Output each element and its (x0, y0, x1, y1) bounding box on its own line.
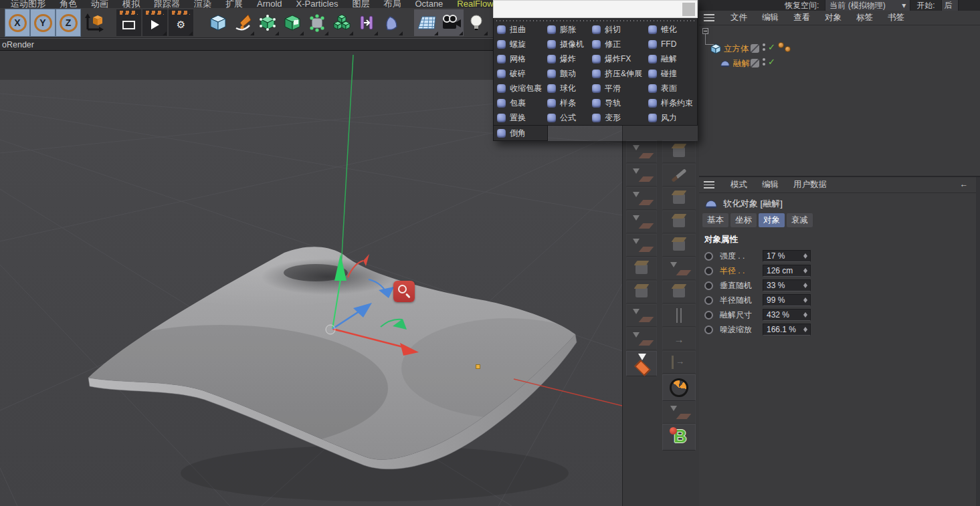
om-menu-objects[interactable]: 对象 (817, 12, 849, 23)
strip2-pipe-arrow-button[interactable] (662, 351, 696, 374)
strip-cube-button-2[interactable] (626, 281, 657, 303)
menu-item-collision[interactable]: 碰撞 (645, 66, 697, 81)
strip-drop-plane-button-2[interactable] (626, 164, 657, 186)
strip-drop-plane-button-6[interactable] (626, 304, 657, 327)
menu-item-formula[interactable]: 公式 (544, 110, 589, 125)
jb-plugin-button[interactable]: B (662, 424, 696, 451)
enable-check-melt[interactable]: ✓ (768, 57, 775, 67)
menu-item-shear[interactable]: 斜切 (589, 22, 645, 37)
menu-item-morph[interactable]: 变形 (589, 110, 645, 125)
menu-item-twist[interactable]: 螺旋 (494, 37, 544, 51)
menu-render[interactable]: 渲染 (194, 0, 211, 8)
hamburger-menu-icon[interactable] (704, 14, 714, 21)
strength-input[interactable]: 17 % (763, 250, 811, 262)
menu-item-explosion[interactable]: 爆炸 (544, 51, 589, 66)
menu-xparticles[interactable]: X-Particles (296, 0, 338, 8)
render-view-button[interactable] (116, 9, 141, 36)
keyframe-circle-icon[interactable] (704, 252, 713, 261)
render-picture-viewer-button[interactable] (142, 9, 167, 36)
spinner-control[interactable] (802, 251, 809, 261)
drop-to-floor-button[interactable] (626, 351, 657, 376)
keyframe-circle-icon[interactable] (704, 311, 713, 320)
attr-menu-userdata[interactable]: 用户数据 (786, 179, 834, 191)
light-button[interactable] (464, 9, 488, 36)
menu-extensions[interactable]: 扩展 (225, 0, 243, 8)
menu-item-displacer[interactable]: 置换 (494, 110, 544, 125)
layer-toggle-cube[interactable] (751, 44, 759, 53)
menu-item-melt[interactable]: 融解 (645, 51, 697, 66)
keyframe-circle-icon[interactable] (704, 281, 713, 290)
popup-header-button[interactable] (682, 3, 695, 16)
tab-falloff[interactable]: 衰减 (787, 213, 813, 227)
noise-scale-input[interactable]: 166.1 % (763, 324, 811, 336)
tree-row-cube[interactable]: 立方体 (710, 43, 749, 55)
spinner-control[interactable] (802, 266, 809, 275)
keyframe-circle-icon[interactable] (704, 267, 713, 275)
menu-item-bevel[interactable]: 倒角 (494, 126, 547, 140)
subdivision-surface-button[interactable] (255, 9, 280, 36)
tab-object[interactable]: 对象 (759, 213, 785, 227)
tab-coordinates[interactable]: 坐标 (730, 213, 757, 227)
menu-tracker[interactable]: 跟踪器 (154, 0, 180, 8)
menu-item-mesh[interactable]: 网格 (494, 51, 544, 66)
radius-input[interactable]: 126 cm (763, 265, 811, 277)
menu-character[interactable]: 角色 (60, 0, 77, 8)
tab-basic[interactable]: 基本 (702, 213, 728, 227)
strip2-paper-button[interactable] (662, 257, 696, 280)
menu-item-bend[interactable]: 扭曲 (494, 22, 544, 37)
axis-lock-x-button[interactable]: X (5, 9, 30, 37)
om-menu-bookmarks[interactable]: 书签 (880, 12, 912, 23)
menu-item-rail[interactable]: 导轨 (589, 96, 645, 110)
menu-item-smoothing[interactable]: 平滑 (589, 81, 645, 96)
axis-lock-y-button[interactable]: Y (30, 9, 56, 37)
menu-item-shatter[interactable]: 破碎 (494, 66, 544, 81)
radial-random-input[interactable]: 99 % (763, 294, 811, 306)
visibility-dots-melt[interactable] (763, 58, 765, 68)
enable-check-cube[interactable]: ✓ (768, 42, 775, 52)
menu-item-spline-constraint[interactable]: 样条约束 (645, 96, 697, 110)
tag-icon-2[interactable] (785, 46, 791, 52)
timer-pie-button[interactable] (662, 374, 696, 401)
volume-builder-button[interactable] (304, 9, 329, 36)
strip-drop-plane-button-3[interactable] (626, 187, 657, 210)
coordinate-system-button[interactable] (81, 9, 106, 35)
deformer-bend-button[interactable] (379, 9, 403, 36)
menu-item-wind[interactable]: 风力 (645, 110, 697, 125)
layer-toggle-melt[interactable] (751, 59, 759, 68)
menu-octane[interactable]: Octane (415, 0, 443, 8)
axis-lock-z-button[interactable]: Z (56, 9, 81, 37)
om-menu-tags[interactable]: 标签 (849, 12, 880, 23)
primitive-cube-button[interactable] (205, 9, 230, 36)
menu-item-bulge[interactable]: 膨胀 (544, 22, 589, 37)
spinner-control[interactable] (802, 281, 809, 290)
menu-item-jiggle[interactable]: 颤动 (544, 66, 589, 81)
strip-drop-plane-button-5[interactable] (626, 234, 657, 257)
strip2-box-button[interactable] (662, 140, 696, 163)
menu-item-spline[interactable]: 样条 (544, 96, 589, 110)
sim-end-button[interactable]: 后 (941, 0, 959, 11)
spinner-control[interactable] (802, 310, 809, 320)
menu-layout[interactable]: 布局 (383, 0, 401, 8)
hamburger-menu-icon[interactable] (704, 181, 714, 188)
menu-item-ffd[interactable]: FFD (645, 37, 697, 51)
render-settings-button[interactable]: ⚙ (169, 9, 193, 36)
menu-item-squash-stretch[interactable]: 挤压&伸展 (589, 66, 645, 81)
sim-space-dropdown[interactable]: 当前 (模拟物理)▾ (825, 0, 910, 11)
strip2-knife-button[interactable] (662, 164, 696, 186)
strip2-sliders-button[interactable] (662, 304, 696, 327)
strip-drop-plane-button-1[interactable] (626, 140, 657, 163)
object-name-cube[interactable]: 立方体 (724, 43, 749, 55)
menu-item-taper[interactable]: 锥化 (645, 22, 697, 37)
visibility-dots-cube[interactable] (763, 43, 765, 53)
tree-row-melt[interactable]: 融解 (720, 57, 750, 70)
tag-icon-1[interactable] (778, 42, 784, 48)
menu-animate[interactable]: 动画 (91, 0, 108, 8)
strip-drop-plane-button-7[interactable] (626, 328, 657, 350)
spinner-control[interactable] (802, 325, 809, 334)
om-menu-view[interactable]: 查看 (786, 12, 817, 23)
back-arrow-icon[interactable]: ← (953, 180, 976, 189)
vertical-random-input[interactable]: 33 % (763, 279, 811, 291)
menu-item-spherify[interactable]: 球化 (544, 81, 589, 96)
expand-toggle[interactable] (702, 28, 708, 34)
boole-generator-button[interactable] (280, 9, 304, 36)
